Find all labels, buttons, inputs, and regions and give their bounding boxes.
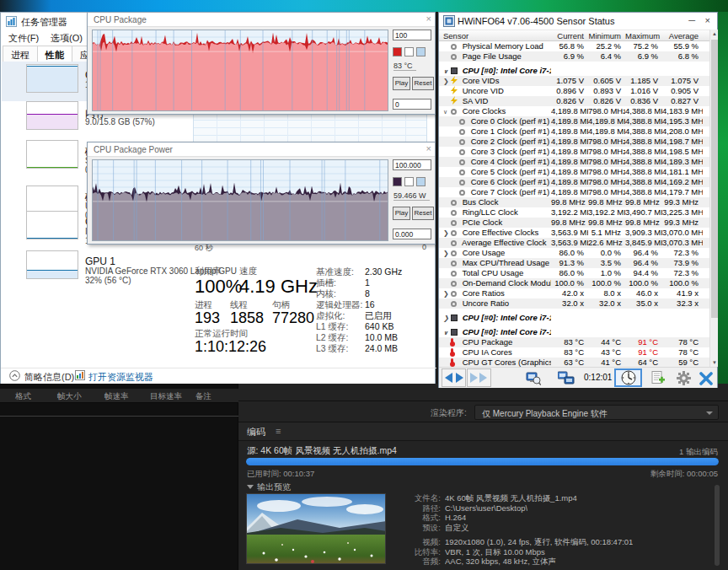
sidebar-item-5[interactable]: GPU 1NVIDIA GeForce RTX 3060 Laptop GPU3… bbox=[1, 250, 190, 294]
renderer-dropdown[interactable]: 仅 Mercury Playback Engine 软件 bbox=[474, 405, 719, 420]
panel-menu-icon[interactable]: ≡ bbox=[276, 426, 281, 436]
table-row[interactable]: SA VID0.826 V0.826 V0.836 V0.827 V bbox=[439, 96, 709, 106]
scale-max-input[interactable]: 100.000 bbox=[393, 159, 431, 170]
table-row[interactable]: Core 5 Clock (perf #1)4,189.8 MHz798.0 M… bbox=[439, 167, 709, 177]
table-row[interactable]: Core 0 Clock (perf #1)4,189.8 MHz4,189.8… bbox=[439, 116, 709, 126]
table-row[interactable]: Max CPU/Thread Usage91.3 %3.5 %96.4 %73.… bbox=[439, 258, 709, 268]
scale-min-input[interactable]: 0 bbox=[393, 99, 431, 110]
vertical-scrollbar[interactable]: ▲ ▼ bbox=[709, 30, 718, 367]
output-preview-toggle[interactable]: 输出预览 bbox=[247, 481, 291, 493]
table-row[interactable]: Physical Memory Load56.8 %25.2 %75.2 %55… bbox=[439, 41, 709, 51]
history-back-forward-button[interactable] bbox=[442, 368, 466, 387]
graph-titlebar[interactable]: CPU Package Power × bbox=[88, 142, 435, 157]
expander-closed-icon[interactable]: ❯ bbox=[443, 289, 451, 298]
background-color-swatch[interactable] bbox=[404, 177, 414, 186]
table-row[interactable]: ❯ Core VIDs1.075 V0.605 V1.185 V1.075 V bbox=[439, 76, 709, 86]
scroll-up-icon[interactable]: ▲ bbox=[710, 31, 719, 36]
average-value: 3,225.3 MHz bbox=[662, 207, 703, 218]
graph-titlebar[interactable]: CPU Package × bbox=[88, 13, 435, 27]
table-row[interactable]: Core 7 Clock (perf #1)4,189.8 MHz798.0 M… bbox=[439, 187, 709, 197]
info-label-1: 插槽: bbox=[316, 277, 336, 289]
table-row[interactable]: CPU GT Cores (Graphics)63 °C41 °C64 °C59… bbox=[439, 358, 709, 367]
column-header-0[interactable]: Sensor bbox=[439, 30, 551, 40]
play-button[interactable]: Play bbox=[393, 207, 410, 220]
column-header-1[interactable]: Current bbox=[551, 30, 588, 40]
sensor-table-header[interactable]: SensorCurrentMinimumMaximumAverage bbox=[439, 30, 709, 41]
minimize-icon[interactable]: ─ bbox=[688, 15, 695, 25]
close-icon[interactable]: × bbox=[426, 13, 431, 24]
table-row[interactable]: ❯ Core Ratios42.0 x8.0 x46.0 x41.9 x bbox=[439, 288, 709, 298]
minimum-value bbox=[588, 327, 625, 337]
sensor-dial-icon bbox=[451, 42, 460, 51]
sensor-section-header[interactable]: ∨ CPU [#0]: Intel Core i7-11... bbox=[439, 66, 709, 76]
table-row[interactable]: ❯ Core Usage86.0 %0.0 %96.4 %72.3 % bbox=[439, 248, 709, 258]
expander-open-icon[interactable]: ∨ bbox=[443, 67, 451, 76]
table-row[interactable]: CPU Package83 °C44 °C91 °C78 °C bbox=[439, 337, 709, 347]
expander-closed-icon[interactable]: ❯ bbox=[443, 249, 451, 258]
table-row[interactable]: CPU IA Cores83 °C43 °C91 °C78 °C bbox=[439, 347, 709, 358]
table-row[interactable]: Uncore Ratio32.0 x32.0 x35.0 x32.3 x bbox=[439, 298, 709, 309]
table-row[interactable]: Ring/LLC Clock3,192.2 MHz3,192.2 MHz3,49… bbox=[439, 207, 709, 218]
preset-column-4[interactable]: 备注 bbox=[195, 391, 211, 402]
sensor-dial-icon bbox=[451, 269, 460, 278]
sensor-section-header[interactable]: ∨ CPU [#0]: Intel Core i7-11... bbox=[439, 327, 709, 337]
table-row[interactable]: Core 1 Clock (perf #1)4,189.8 MHz4,189.8… bbox=[439, 126, 709, 137]
cpu-package-power-graph-window[interactable]: CPU Package Power × 100.000 59.466 W Pla… bbox=[87, 142, 436, 245]
reset-button[interactable]: Reset bbox=[412, 207, 434, 220]
scrollbar-thumb[interactable] bbox=[711, 40, 718, 318]
clock-button[interactable] bbox=[614, 368, 642, 387]
series-color-swatch[interactable] bbox=[393, 47, 402, 56]
scale-min-input[interactable]: 0.000 bbox=[393, 229, 431, 239]
column-header-2[interactable]: Minimum bbox=[588, 30, 625, 40]
menu-item-0[interactable]: 文件(F) bbox=[3, 30, 45, 46]
grid-color-swatch[interactable] bbox=[416, 47, 426, 56]
table-row[interactable]: PCIe Clock99.8 MHz99.8 MHz99.8 MHz99.3 M… bbox=[439, 218, 709, 228]
series-color-swatch[interactable] bbox=[393, 177, 402, 186]
table-row[interactable]: Total CPU Usage86.0 %1.0 %94.4 %72.3 % bbox=[439, 268, 709, 278]
table-row[interactable]: Page File Usage6.9 %6.4 %6.9 %6.8 % bbox=[439, 51, 709, 62]
expander-closed-icon[interactable]: ❯ bbox=[443, 77, 451, 86]
close-sensors-button[interactable] bbox=[695, 368, 716, 387]
menu-item-1[interactable]: 选项(O) bbox=[45, 30, 88, 46]
table-row[interactable]: On-Demand Clock Modulat...100.0 %100.0 %… bbox=[439, 278, 709, 288]
play-button[interactable]: Play bbox=[393, 77, 410, 90]
preset-column-1[interactable]: 帧大小 bbox=[57, 391, 82, 402]
table-row[interactable]: Core 4 Clock (perf #1)4,189.8 MHz798.0 M… bbox=[439, 157, 709, 167]
remote-sensors-button[interactable] bbox=[554, 368, 579, 387]
column-header-3[interactable]: Maximum bbox=[625, 30, 662, 40]
scroll-down-icon[interactable]: ▼ bbox=[710, 360, 719, 365]
close-icon[interactable]: × bbox=[426, 143, 431, 153]
expander-closed-icon[interactable]: ❯ bbox=[443, 314, 451, 323]
table-row[interactable]: Uncore VID0.896 V0.893 V1.016 V0.905 V bbox=[439, 86, 709, 96]
preset-column-3[interactable]: 目标速率 bbox=[150, 391, 182, 402]
table-row[interactable]: ∨ Core Clocks4,189.8 MHz798.0 MHz4,388.8… bbox=[439, 106, 709, 116]
table-row[interactable]: Core 3 Clock (perf #1)4,189.8 MHz798.0 M… bbox=[439, 147, 709, 157]
collapse-arrows-button[interactable] bbox=[467, 368, 491, 387]
settings-gear-button[interactable] bbox=[672, 368, 695, 387]
preset-column-2[interactable]: 帧速率 bbox=[104, 391, 129, 402]
table-row[interactable]: Average Effective Clock3,563.9 MHz22.6 M… bbox=[439, 238, 709, 248]
close-icon[interactable]: × bbox=[705, 15, 710, 25]
open-resource-monitor-link[interactable]: 打开资源监视器 bbox=[88, 371, 153, 384]
background-color-swatch[interactable] bbox=[404, 47, 414, 56]
table-row[interactable]: Core 2 Clock (perf #1)4,189.8 MHz798.0 M… bbox=[439, 137, 709, 147]
table-row[interactable]: ❯ Core Effective Clocks3,563.9 MHz5.1 MH… bbox=[439, 228, 709, 238]
cpu-package-graph-window[interactable]: CPU Package × 100 83 °C Play Reset 0 bbox=[87, 12, 436, 115]
expander-open-icon[interactable]: ∨ bbox=[443, 107, 451, 116]
scale-max-input[interactable]: 100 bbox=[393, 30, 431, 40]
grid-color-swatch[interactable] bbox=[416, 177, 426, 186]
expander-closed-icon[interactable]: ❯ bbox=[443, 229, 451, 238]
table-row[interactable]: Bus Clock99.8 MHz99.8 MHz99.8 MHz99.3 MH… bbox=[439, 197, 709, 207]
table-row[interactable]: Core 6 Clock (perf #1)4,189.8 MHz798.0 M… bbox=[439, 177, 709, 187]
sensor-section-header[interactable]: ❯ CPU [#0]: Intel Core i7-11... bbox=[439, 313, 709, 323]
detail-row: 格式:H.264 bbox=[396, 513, 712, 523]
report-button[interactable] bbox=[646, 368, 670, 387]
column-header-4[interactable]: Average bbox=[662, 30, 703, 40]
sensor-settings-button[interactable] bbox=[521, 368, 546, 387]
less-details-button[interactable]: 简略信息(D) bbox=[24, 371, 74, 384]
expander-open-icon[interactable]: ∨ bbox=[443, 328, 451, 337]
reset-button[interactable]: Reset bbox=[412, 77, 434, 90]
hwinfo-titlebar[interactable]: HWiNFO64 v7.06-4500 Sensor Status ─ × bbox=[439, 13, 717, 30]
preset-column-0[interactable]: 格式 bbox=[15, 391, 31, 402]
panel-scrollbar[interactable] bbox=[715, 485, 720, 566]
